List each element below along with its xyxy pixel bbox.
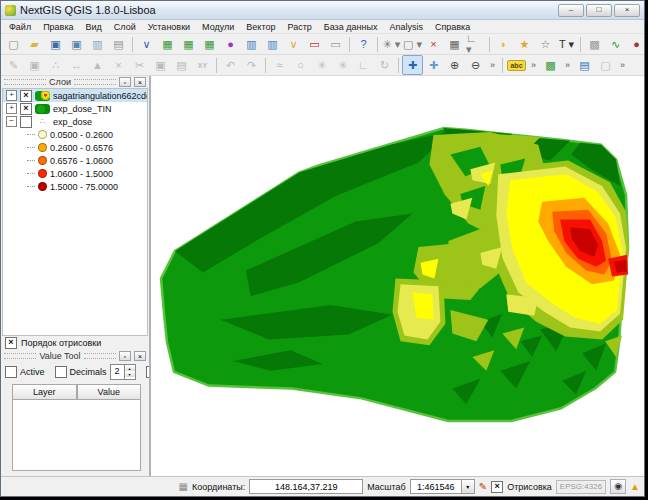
layer-properties-button[interactable]: ▭	[325, 34, 346, 54]
zoom-in-button[interactable]: ⊕	[444, 55, 465, 75]
toolbar-overflow-button[interactable]: »	[616, 55, 629, 75]
active-checkbox[interactable]	[5, 366, 17, 378]
layer-row-sagatriangulation[interactable]: + × sagatriangulation662cdc2085044b35...	[3, 89, 147, 102]
zoom-to-layer-button[interactable]: ▩	[540, 55, 561, 75]
open-project-button[interactable]: ▰	[24, 34, 45, 54]
menu-item[interactable]: Растр	[281, 22, 317, 32]
georeferencer-button[interactable]: ▩	[584, 34, 605, 54]
show-bookmarks-button[interactable]: ☆	[535, 34, 556, 54]
map-tips-button[interactable]: ◗	[493, 34, 514, 54]
layer-visibility-checkbox[interactable]: ×	[20, 90, 32, 102]
minimize-button[interactable]: –	[558, 4, 584, 17]
reshape-button[interactable]: ∟	[353, 55, 374, 75]
toolbar-separator[interactable]	[132, 37, 133, 52]
toolbar-separator[interactable]	[377, 37, 378, 52]
scale-dropdown-button[interactable]: ▾	[462, 479, 475, 494]
menu-item[interactable]: Analysis	[383, 22, 429, 32]
render-order-checkbox[interactable]: ×	[5, 337, 17, 349]
add-wms-layer-button[interactable]: ▥	[241, 34, 262, 54]
decimals-stepper[interactable]: 2 ▴ ▾	[110, 364, 136, 380]
add-spatialite-layer-button[interactable]: ▦	[199, 34, 220, 54]
measure-button[interactable]: ∟ ▾	[465, 34, 486, 54]
attribute-table-button[interactable]: ▦	[444, 34, 465, 54]
labeling-button[interactable]: abc	[506, 55, 527, 75]
dock-handle[interactable]	[74, 79, 116, 85]
close-button[interactable]: ×	[614, 4, 640, 17]
toolbar-separator[interactable]	[216, 58, 217, 73]
legend-item[interactable]: 1.0600 - 1.5000	[3, 167, 147, 180]
paste-features-button[interactable]: ▤	[171, 55, 192, 75]
rotate-point-button[interactable]: ↻	[374, 55, 395, 75]
select-features-button[interactable]: ▢ ▾	[402, 34, 423, 54]
crs-status-button[interactable]: ◉	[610, 479, 626, 494]
add-raster-layer-button[interactable]: ▦	[157, 34, 178, 54]
layer-visibility-checkbox[interactable]: ×	[20, 103, 32, 115]
remove-layer-button[interactable]: ▭	[304, 34, 325, 54]
simplify-feature-button[interactable]: ≈	[269, 55, 290, 75]
layer-visibility-checkbox[interactable]	[20, 116, 32, 128]
new-bookmark-button[interactable]: ★	[514, 34, 535, 54]
new-project-button[interactable]: ▢	[3, 34, 24, 54]
value-tool-float-button[interactable]: ▫	[119, 351, 131, 361]
layer-row-exp-dose-tin[interactable]: + × exp_dose_TIN	[3, 102, 147, 115]
whats-this-button[interactable]: ?	[353, 34, 374, 54]
toolbar-separator[interactable]	[349, 37, 350, 52]
coordinates-input[interactable]	[249, 479, 363, 494]
menu-item[interactable]: Установки	[142, 22, 196, 32]
toolbar-separator[interactable]	[489, 37, 490, 52]
dock-handle[interactable]	[4, 353, 36, 359]
redo-button[interactable]: ↷	[241, 55, 262, 75]
text-annotation-button[interactable]: T ▾	[556, 34, 577, 54]
menu-item[interactable]: Вид	[80, 22, 108, 32]
menu-item[interactable]: База данных	[318, 22, 384, 32]
scale-input[interactable]	[410, 479, 462, 494]
legend-item[interactable]: 0.0500 - 0.2600	[3, 128, 147, 141]
menu-item[interactable]: Правка	[37, 22, 79, 32]
stepper-down-button[interactable]: ▾	[125, 371, 135, 377]
db-manager-button[interactable]: ▤	[574, 55, 595, 75]
xy-tool-button[interactable]: XY	[192, 55, 213, 75]
add-ring-button[interactable]: ○	[290, 55, 311, 75]
zoom-out-button[interactable]: ⊖	[465, 55, 486, 75]
save-as-image-button[interactable]: ▥	[87, 34, 108, 54]
new-print-composer-button[interactable]: ▤	[108, 34, 129, 54]
add-raster-catalog-button[interactable]: ▦	[178, 34, 199, 54]
menu-item[interactable]: Файл	[3, 22, 37, 32]
add-vector-layer-button[interactable]: ∨	[136, 34, 157, 54]
delete-ring-button[interactable]: ✳	[332, 55, 353, 75]
add-part-button[interactable]: ✳	[311, 55, 332, 75]
menu-item[interactable]: Слой	[108, 22, 142, 32]
toolbar-overflow-button[interactable]: »	[527, 55, 540, 75]
render-checkbox[interactable]: ×	[491, 481, 503, 493]
new-shapefile-layer-button[interactable]: ∨	[283, 34, 304, 54]
add-wfs-layer-button[interactable]: ▥	[262, 34, 283, 54]
column-header-layer[interactable]: Layer	[12, 384, 77, 400]
column-header-value[interactable]: Value	[77, 384, 142, 400]
help-contents-button[interactable]: ▢	[595, 55, 616, 75]
save-project-as-button[interactable]: ▣	[66, 34, 87, 54]
pan-to-selection-button[interactable]: ✚	[423, 55, 444, 75]
toolbar-overflow-button[interactable]: »	[561, 55, 574, 75]
dock-handle[interactable]	[4, 79, 46, 85]
capture-point-button[interactable]: ∴	[45, 55, 66, 75]
toolbar-overflow-button[interactable]: »	[486, 55, 499, 75]
collapse-icon[interactable]: −	[6, 116, 17, 127]
legend-item[interactable]: 1.5000 - 75.0000	[3, 180, 147, 193]
cut-features-button[interactable]: ✂	[129, 55, 150, 75]
extents-toggle-icon[interactable]: ▦	[179, 481, 188, 492]
move-feature-button[interactable]: ↔	[66, 55, 87, 75]
toolbar-separator[interactable]	[502, 58, 503, 73]
layers-panel-close-button[interactable]: ×	[134, 77, 146, 87]
value-tool-close-button[interactable]: ×	[134, 351, 146, 361]
undo-button[interactable]: ↶	[220, 55, 241, 75]
legend-item[interactable]: 0.6576 - 1.0600	[3, 154, 147, 167]
pan-map-button[interactable]: ✚	[402, 55, 423, 75]
options-button[interactable]: ✳ ▾	[381, 34, 402, 54]
expand-icon[interactable]: +	[6, 103, 17, 114]
layers-panel-float-button[interactable]: ▫	[119, 77, 131, 87]
toggle-editing-button[interactable]: ✎	[3, 55, 24, 75]
toolbar-separator[interactable]	[265, 58, 266, 73]
render-painter-icon[interactable]: ✎	[479, 481, 487, 492]
dock-handle[interactable]	[84, 353, 116, 359]
deselect-features-button[interactable]: ×	[423, 34, 444, 54]
